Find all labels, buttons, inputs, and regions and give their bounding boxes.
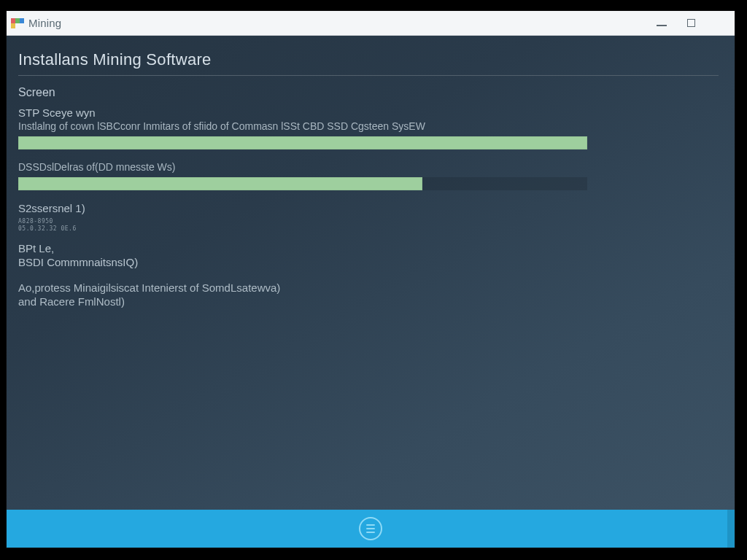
page-title: Installans Mining Software — [18, 50, 719, 69]
step2-desc: DSSDslDelras of(DD mnesste Ws) — [18, 161, 719, 173]
step1-progress — [18, 136, 587, 149]
detail-label-a: BPt Le, — [18, 242, 719, 254]
app-title: Mining — [28, 17, 61, 29]
menu-icon — [366, 524, 375, 534]
footer-line-1: Ao,protess Minaigilsiscat Intenierst of … — [18, 281, 719, 295]
divider — [18, 75, 719, 76]
step1-progress-fill — [18, 136, 587, 149]
app-window: Mining Installans Mining Software Screen… — [6, 10, 735, 548]
step1-desc: Instlalng of cown lSBCconr Inmitars of s… — [18, 120, 719, 132]
step1-name: STP Sceye wyn — [18, 106, 719, 119]
detail-label-b: BSDI CommmnaitsnsIQ) — [18, 256, 719, 268]
detail-code-2: 05.0.32.32 0E.6 — [18, 226, 719, 232]
titlebar[interactable]: Mining — [7, 11, 735, 36]
detail-code-1: A828-8950 — [18, 219, 719, 225]
window-controls — [656, 18, 730, 29]
section-label: Screen — [18, 86, 719, 99]
footer-line-2: and Racere FmlNostl) — [18, 295, 719, 309]
content-area: Installans Mining Software Screen STP Sc… — [7, 36, 735, 510]
app-logo-icon — [11, 18, 24, 28]
taskbar-menu-button[interactable] — [359, 517, 382, 540]
step2-progress — [18, 177, 587, 190]
step2-progress-fill — [18, 177, 422, 190]
minimize-button[interactable] — [656, 18, 667, 29]
close-button[interactable] — [714, 18, 726, 29]
taskbar[interactable] — [7, 510, 735, 548]
details-header: S2ssersnel 1) — [18, 202, 719, 214]
maximize-button[interactable] — [685, 18, 697, 29]
